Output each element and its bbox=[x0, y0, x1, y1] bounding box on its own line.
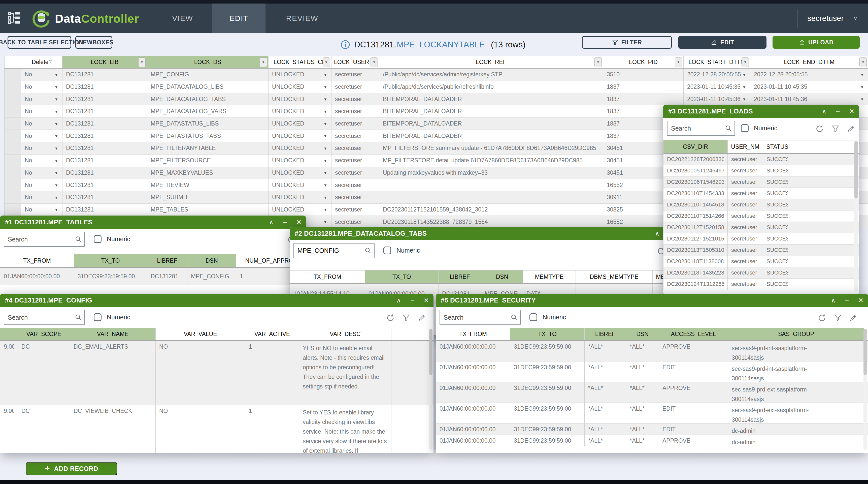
cell-dropdown-arrow[interactable]: ▼ bbox=[54, 183, 58, 187]
cell[interactable]: No▼ bbox=[21, 81, 62, 93]
scrollbar-thumb[interactable] bbox=[855, 141, 858, 198]
cell[interactable]: No▼ bbox=[21, 68, 62, 81]
cell-dropdown-arrow[interactable]: ▼ bbox=[54, 207, 58, 212]
cell[interactable]: 2022-12-28 20:05:55▼ bbox=[684, 68, 750, 81]
cell[interactable]: No▼ bbox=[21, 167, 62, 179]
close-icon[interactable]: ✕ bbox=[849, 105, 855, 118]
cell[interactable]: No▼ bbox=[21, 179, 62, 191]
cell[interactable]: UNLOCKED▼ bbox=[269, 105, 332, 117]
close-icon[interactable]: ✕ bbox=[858, 294, 864, 307]
column-filter-icon[interactable]: ▼ bbox=[742, 57, 749, 67]
column-filter-icon[interactable]: ▼ bbox=[260, 57, 267, 67]
cell-dropdown-arrow[interactable]: ▼ bbox=[860, 85, 864, 89]
minimize-icon[interactable]: – bbox=[836, 105, 840, 118]
pencil-icon[interactable] bbox=[418, 314, 426, 322]
numeric-checkbox[interactable] bbox=[741, 124, 749, 132]
tree-menu-icon[interactable] bbox=[6, 10, 21, 26]
collapse-icon[interactable]: ∧ bbox=[269, 216, 274, 229]
column-filter-icon[interactable]: ▼ bbox=[860, 57, 867, 67]
cell-dropdown-arrow[interactable]: ▼ bbox=[323, 171, 327, 175]
viewboxes-button[interactable]: VIEWBOXES bbox=[75, 36, 112, 49]
funnel-icon[interactable] bbox=[402, 314, 410, 322]
cell[interactable]: No▼ bbox=[21, 204, 62, 216]
tab-edit[interactable]: EDIT bbox=[212, 3, 266, 33]
cell[interactable]: No▼ bbox=[21, 191, 62, 203]
cell-dropdown-arrow[interactable]: ▼ bbox=[323, 158, 327, 163]
column-filter-icon[interactable]: ▼ bbox=[675, 57, 682, 67]
cell[interactable]: No▼ bbox=[21, 118, 62, 130]
column-filter-icon[interactable]: ▼ bbox=[594, 57, 602, 67]
minimize-icon[interactable]: – bbox=[410, 294, 414, 307]
info-icon[interactable] bbox=[341, 40, 350, 49]
viewbox-titlebar[interactable]: #3 DC131281.MPE_LOADS ∧–✕ bbox=[663, 105, 859, 118]
user-menu[interactable]: secretuser ∨ bbox=[797, 9, 858, 28]
cell-dropdown-arrow[interactable]: ▼ bbox=[54, 121, 58, 126]
cell-dropdown-arrow[interactable]: ▼ bbox=[323, 97, 327, 101]
collapse-icon[interactable]: ∧ bbox=[822, 105, 827, 118]
cell[interactable]: 2023-01-11 10:45:35▼ bbox=[750, 81, 868, 93]
viewbox-titlebar[interactable]: #1 DC131281.MPE_TABLES ∧–✕ bbox=[0, 216, 306, 229]
cell-dropdown-arrow[interactable]: ▼ bbox=[323, 109, 327, 113]
collapse-icon[interactable]: ∧ bbox=[655, 227, 659, 240]
search-input[interactable] bbox=[667, 121, 735, 136]
minimize-icon[interactable]: – bbox=[845, 294, 848, 307]
cell[interactable]: UNLOCKED▼ bbox=[269, 130, 332, 142]
cell[interactable]: UNLOCKED▼ bbox=[269, 68, 332, 81]
search-input[interactable] bbox=[293, 243, 375, 258]
minimize-icon[interactable]: – bbox=[283, 216, 287, 229]
cell-dropdown-arrow[interactable]: ▼ bbox=[323, 121, 327, 126]
column-filter-icon[interactable]: ▼ bbox=[371, 57, 378, 67]
scrollbar-thumb[interactable] bbox=[864, 329, 867, 375]
cell-dropdown-arrow[interactable]: ▼ bbox=[323, 195, 327, 199]
cell[interactable]: UNLOCKED▼ bbox=[269, 154, 332, 167]
cell[interactable]: UNLOCKED▼ bbox=[269, 179, 332, 191]
cell-dropdown-arrow[interactable]: ▼ bbox=[54, 158, 58, 163]
collapse-icon[interactable]: ∧ bbox=[397, 294, 401, 307]
tab-view[interactable]: VIEW bbox=[153, 3, 212, 33]
scrollbar-thumb[interactable] bbox=[429, 329, 433, 375]
cell-dropdown-arrow[interactable]: ▼ bbox=[742, 97, 746, 101]
back-to-table-selection-button[interactable]: BACK TO TABLE SELECTION bbox=[7, 36, 71, 49]
cell-dropdown-arrow[interactable]: ▼ bbox=[54, 171, 58, 175]
cell[interactable]: No▼ bbox=[21, 130, 62, 142]
cell-dropdown-arrow[interactable]: ▼ bbox=[323, 146, 327, 150]
cell-dropdown-arrow[interactable]: ▼ bbox=[742, 85, 746, 89]
search-input[interactable] bbox=[4, 232, 85, 247]
cell[interactable]: No▼ bbox=[21, 154, 62, 167]
viewbox-titlebar[interactable]: #2 DC131281.MPE_DATACATALOG_TABS ∧–✕ bbox=[290, 227, 668, 240]
funnel-icon[interactable] bbox=[834, 314, 842, 322]
cell[interactable]: 2023-01-11 10:45:36▼ bbox=[684, 93, 750, 105]
cell[interactable]: 2023-01-11 10:45:35▼ bbox=[684, 81, 750, 93]
numeric-checkbox[interactable] bbox=[383, 247, 391, 254]
close-icon[interactable]: ✕ bbox=[424, 294, 429, 307]
numeric-checkbox[interactable] bbox=[529, 313, 537, 321]
cell-dropdown-arrow[interactable]: ▼ bbox=[54, 146, 58, 150]
scrollbar[interactable] bbox=[864, 329, 867, 450]
refresh-icon[interactable] bbox=[815, 124, 824, 133]
pencil-icon[interactable] bbox=[847, 124, 855, 133]
numeric-checkbox[interactable] bbox=[94, 235, 101, 243]
cell-dropdown-arrow[interactable]: ▼ bbox=[323, 73, 327, 77]
cell[interactable]: No▼ bbox=[21, 93, 62, 105]
cell[interactable]: UNLOCKED▼ bbox=[269, 93, 332, 105]
cell-dropdown-arrow[interactable]: ▼ bbox=[54, 85, 58, 89]
refresh-icon[interactable] bbox=[386, 314, 395, 322]
column-filter-icon[interactable]: ▼ bbox=[323, 57, 330, 67]
collapse-icon[interactable]: ∧ bbox=[831, 294, 836, 307]
cell[interactable]: 2023-01-11 10:45:36▼ bbox=[750, 93, 868, 105]
edit-button[interactable]: EDIT bbox=[678, 36, 767, 49]
cell-dropdown-arrow[interactable]: ▼ bbox=[323, 207, 327, 212]
scrollbar[interactable] bbox=[855, 141, 858, 292]
cell-dropdown-arrow[interactable]: ▼ bbox=[323, 85, 327, 89]
cell[interactable]: UNLOCKED▼ bbox=[269, 142, 332, 154]
cell[interactable]: No▼ bbox=[21, 105, 62, 117]
cell-dropdown-arrow[interactable]: ▼ bbox=[323, 134, 327, 138]
cell[interactable]: UNLOCKED▼ bbox=[269, 118, 332, 130]
cell[interactable]: 2022-12-28 20:05:55▼ bbox=[750, 68, 868, 81]
cell[interactable]: UNLOCKED▼ bbox=[269, 81, 332, 93]
cell-dropdown-arrow[interactable]: ▼ bbox=[860, 73, 864, 77]
cell-dropdown-arrow[interactable]: ▼ bbox=[860, 97, 864, 101]
cell[interactable]: No▼ bbox=[21, 142, 62, 154]
table-name-link[interactable]: MPE_LOCKANYTABLE bbox=[397, 40, 485, 49]
cell-dropdown-arrow[interactable]: ▼ bbox=[323, 183, 327, 187]
